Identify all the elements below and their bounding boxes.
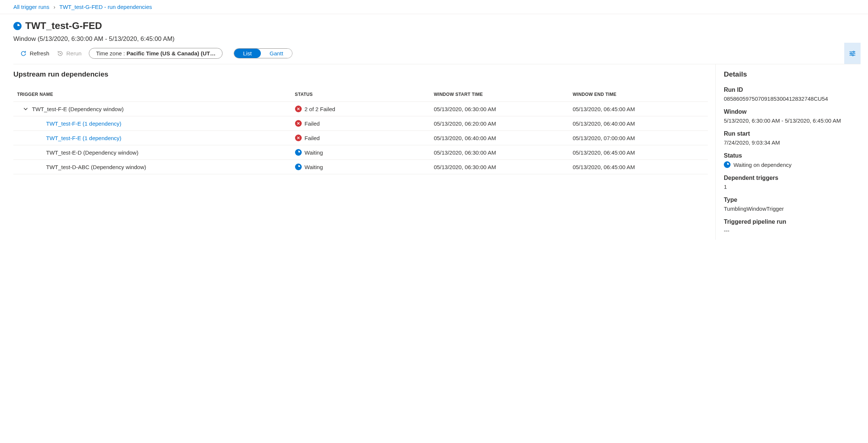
svg-point-1: [853, 51, 855, 52]
dependencies-table: TRIGGER NAME STATUS WINDOW START TIME WI…: [13, 87, 708, 174]
svg-point-5: [852, 54, 854, 56]
col-status[interactable]: STATUS: [291, 87, 430, 102]
value-dependent-triggers: 1: [724, 184, 860, 190]
value-run-id: 08586059750709185300412832748CU54: [724, 96, 860, 102]
details-heading: Details: [724, 70, 860, 78]
window-end: 05/13/2020, 06:45:00 AM: [569, 145, 708, 160]
failed-icon: [295, 135, 302, 141]
table-row[interactable]: TWT_test-E-D (Dependency window)Waiting0…: [13, 145, 708, 160]
table-row[interactable]: TWT_test-D-ABC (Dependency window)Waitin…: [13, 160, 708, 174]
clock-icon: [295, 164, 302, 170]
window-start: 05/13/2020, 06:20:00 AM: [430, 116, 569, 131]
toolbar: Refresh Rerun Time zone : Pacific Time (…: [13, 43, 861, 64]
table-row[interactable]: TWT_test-F-E (1 dependency)Failed05/13/2…: [13, 116, 708, 131]
value-type: TumblingWindowTrigger: [724, 206, 860, 212]
trigger-name[interactable]: TWT_test-F-E (1 dependency): [46, 120, 122, 127]
chevron-down-icon[interactable]: [23, 106, 28, 111]
status-text: Waiting: [305, 164, 323, 170]
refresh-icon: [20, 50, 27, 57]
trigger-name: TWT_test-F-E (Dependency window): [32, 106, 124, 112]
rerun-button: Rerun: [57, 50, 82, 57]
view-gantt-button[interactable]: Gantt: [261, 49, 292, 58]
clock-icon: [295, 149, 302, 156]
label-run-start: Run start: [724, 130, 860, 137]
window-start: 05/13/2020, 06:30:00 AM: [430, 102, 569, 116]
breadcrumb-root[interactable]: All trigger runs: [13, 4, 49, 10]
col-trigger-name[interactable]: TRIGGER NAME: [13, 87, 291, 102]
window-start: 05/13/2020, 06:40:00 AM: [430, 131, 569, 145]
value-status: Waiting on dependency: [724, 161, 860, 168]
trigger-name[interactable]: TWT_test-F-E (1 dependency): [46, 135, 122, 141]
timezone-selector[interactable]: Time zone : Pacific Time (US & Canada) (…: [89, 48, 223, 59]
section-title: Upstream run dependencies: [13, 70, 708, 78]
window-end: 05/13/2020, 06:45:00 AM: [569, 160, 708, 174]
table-row[interactable]: TWT_test-F-E (Dependency window)2 of 2 F…: [13, 102, 708, 116]
status-text: 2 of 2 Failed: [305, 106, 336, 112]
status-text: Waiting: [305, 149, 323, 156]
sliders-icon: [849, 50, 856, 57]
window-end: 05/13/2020, 07:00:00 AM: [569, 131, 708, 145]
breadcrumb: All trigger runs › TWT_test-G-FED - run …: [0, 0, 868, 14]
table-row[interactable]: TWT_test-F-E (1 dependency)Failed05/13/2…: [13, 131, 708, 145]
value-run-start: 7/24/2020, 9:03:34 AM: [724, 139, 860, 146]
refresh-button[interactable]: Refresh: [20, 50, 49, 57]
page-title: TWT_test-G-FED: [25, 20, 102, 32]
view-toggle: List Gantt: [234, 48, 292, 58]
window-start: 05/13/2020, 06:30:00 AM: [430, 145, 569, 160]
breadcrumb-current: TWT_test-G-FED - run dependencies: [59, 4, 152, 10]
window-end: 05/13/2020, 06:45:00 AM: [569, 102, 708, 116]
label-type: Type: [724, 197, 860, 203]
status-text: Failed: [305, 135, 320, 141]
label-run-id: Run ID: [724, 87, 860, 93]
label-pipeline-run: Triggered pipeline run: [724, 219, 860, 225]
value-pipeline-run: ---: [724, 227, 860, 234]
trigger-name: TWT_test-D-ABC (Dependency window): [46, 164, 146, 170]
label-dependent-triggers: Dependent triggers: [724, 175, 860, 181]
status-text: Failed: [305, 120, 320, 127]
breadcrumb-separator: ›: [54, 4, 55, 10]
svg-point-3: [851, 53, 852, 54]
main-panel: Upstream run dependencies TRIGGER NAME S…: [0, 64, 716, 240]
clock-icon: [13, 22, 22, 30]
value-window: 5/13/2020, 6:30:00 AM - 5/13/2020, 6:45:…: [724, 117, 860, 124]
window-subtitle: Window (5/13/2020, 6:30:00 AM - 5/13/202…: [13, 35, 861, 43]
failed-icon: [295, 106, 302, 112]
page-header: TWT_test-G-FED Window (5/13/2020, 6:30:0…: [0, 14, 868, 64]
col-window-start[interactable]: WINDOW START TIME: [430, 87, 569, 102]
details-panel: Details Run ID 0858605975070918530041283…: [716, 64, 868, 240]
trigger-name: TWT_test-E-D (Dependency window): [46, 149, 138, 156]
col-window-end[interactable]: WINDOW END TIME: [569, 87, 708, 102]
rerun-icon: [57, 50, 64, 57]
failed-icon: [295, 120, 302, 127]
window-end: 05/13/2020, 06:40:00 AM: [569, 116, 708, 131]
window-start: 05/13/2020, 06:30:00 AM: [430, 160, 569, 174]
filter-button[interactable]: [844, 43, 861, 64]
label-window: Window: [724, 109, 860, 115]
label-status: Status: [724, 152, 860, 159]
clock-icon: [724, 161, 731, 168]
view-list-button[interactable]: List: [234, 49, 260, 58]
